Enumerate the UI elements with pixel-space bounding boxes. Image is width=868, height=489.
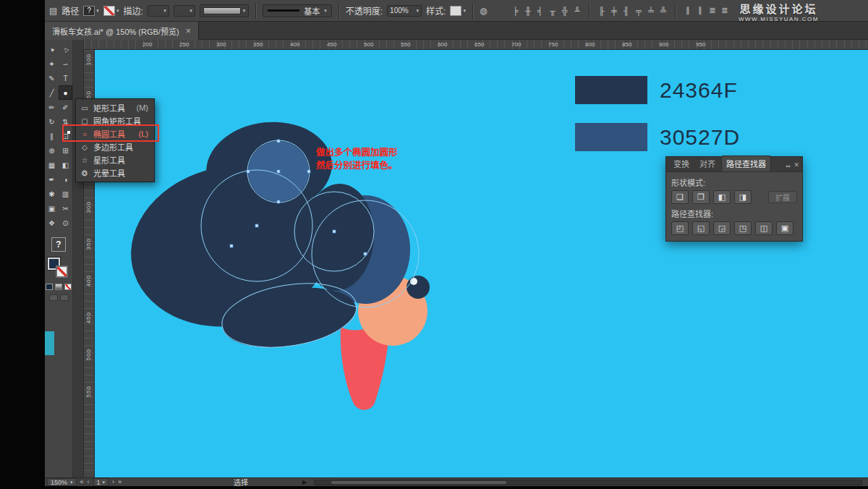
tutorial-annotation: 做出多个椭圆加圆形 然后分别进行填色。 — [316, 146, 398, 172]
top-ruler[interactable]: 2002503003504004505005506006507007508008… — [84, 40, 868, 50]
scrollbar-thumb[interactable] — [331, 481, 506, 484]
brush-size-select[interactable]: ▾ — [174, 5, 195, 17]
zoom-tool-icon[interactable]: ⊙ — [59, 216, 72, 230]
gradient-button[interactable] — [55, 284, 62, 290]
paintbrush-tool-icon[interactable]: ✏ — [45, 100, 59, 114]
spacing-0-icon[interactable]: ∥ — [682, 6, 693, 15]
tab-pathfinder[interactable]: 路径查找器 — [721, 156, 771, 171]
spacing-2-icon[interactable]: ≣ — [707, 6, 718, 15]
draw-behind-button[interactable] — [60, 294, 69, 301]
none-button[interactable] — [64, 284, 72, 290]
pen-tool-icon[interactable]: ✎ — [45, 71, 59, 85]
align-4-icon[interactable]: ╬ — [559, 7, 570, 15]
polygon-tool-menu-item[interactable]: ◇多边形工具 — [76, 140, 154, 153]
zoom-select[interactable]: 150% ▾ — [47, 478, 77, 486]
pathfinder-4-icon[interactable]: ◫ — [755, 221, 773, 235]
shape-mode-1-icon[interactable]: ❐ — [692, 190, 710, 204]
watermark-url: WWW.MISSYUAN.COM — [739, 16, 819, 22]
color-swatch-30527D[interactable] — [575, 123, 647, 151]
column-graph-tool-icon[interactable]: ▥ — [59, 187, 72, 201]
swatch-hex-label: 30527D — [660, 123, 740, 151]
blend-tool-icon[interactable]: ◑ — [59, 172, 72, 187]
symbol-sprayer-tool-icon[interactable]: ✱ — [45, 187, 59, 201]
help-button[interactable]: ? — [51, 237, 66, 252]
distribute-2-icon[interactable]: ╢ — [621, 7, 631, 15]
hand-tool-icon[interactable]: ❖ — [45, 216, 59, 230]
canvas[interactable]: 做出多个椭圆加圆形 然后分别进行填色。 24364F 30527D 变换 对齐 … — [95, 50, 868, 477]
close-tab-icon[interactable]: × — [186, 26, 192, 35]
expand-button[interactable]: 扩展 — [768, 191, 797, 203]
globe-icon[interactable]: ◍ — [480, 6, 487, 16]
status-flyout-icon[interactable]: ▶ — [302, 480, 307, 485]
shape-mode-buttons: ❏❐◧◨ — [671, 190, 752, 204]
align-2-icon[interactable]: ╡ — [535, 7, 545, 15]
stroke-color-control[interactable]: ▾ — [103, 6, 119, 16]
align-3-icon[interactable]: ╥ — [547, 7, 558, 15]
color-button[interactable] — [46, 284, 53, 290]
star-tool-menu-item[interactable]: ☆星形工具 — [76, 153, 154, 166]
path-label: 路径 — [61, 4, 79, 17]
ellipse-tool-icon[interactable]: ● — [59, 85, 72, 100]
ruler-label: 400 — [290, 41, 299, 48]
fill-color-control[interactable]: ? ▾ — [83, 6, 99, 16]
draw-normal-button[interactable] — [49, 294, 58, 301]
stroke-weight-select[interactable]: ▾ — [148, 5, 169, 17]
shape-mode-0-icon[interactable]: ❏ — [671, 190, 689, 204]
width-tool-icon[interactable]: ∥ — [45, 129, 59, 143]
eyedropper-tool-icon[interactable]: ✒ — [45, 172, 59, 187]
distribute-5-icon[interactable]: ╩ — [658, 7, 668, 15]
pathfinder-5-icon[interactable]: ▣ — [776, 221, 793, 235]
last-artboard-button[interactable]: » — [118, 479, 122, 485]
spacing-3-icon[interactable]: ≣ — [719, 6, 730, 15]
brush-definition-select[interactable]: 基本 ▾ — [263, 4, 332, 17]
width-profile-select[interactable]: ▾ — [200, 4, 250, 17]
screen-mode-strip[interactable] — [45, 331, 54, 355]
flare-tool-menu-item[interactable]: ❂光晕工具 — [76, 166, 154, 179]
previous-artboard-button[interactable]: ‹ — [88, 479, 90, 485]
ruler-label: 300 — [216, 41, 226, 48]
pathfinder-2-icon[interactable]: ◲ — [713, 221, 731, 235]
artboard-select[interactable]: 1 ▾ — [93, 478, 109, 486]
mesh-tool-icon[interactable]: ▦ — [45, 158, 59, 172]
artwork[interactable] — [95, 50, 868, 477]
next-artboard-button[interactable]: › — [112, 479, 114, 485]
gradient-tool-icon[interactable]: ◧ — [59, 158, 72, 172]
align-5-icon[interactable]: ╨ — [571, 7, 582, 15]
align-1-icon[interactable]: ╫ — [522, 7, 533, 15]
shape-mode-2-icon[interactable]: ◧ — [713, 190, 731, 204]
distribute-0-icon[interactable]: ╟ — [596, 7, 607, 15]
tab-transform[interactable]: 变换 — [669, 156, 694, 171]
rotate-tool-icon[interactable]: ↻ — [45, 114, 59, 129]
pathfinder-1-icon[interactable]: ◱ — [692, 221, 710, 235]
rectangle-tool-menu-item[interactable]: ▭矩形工具(M) — [76, 101, 154, 114]
slice-tool-icon[interactable]: ✂ — [59, 201, 72, 216]
type-tool-icon[interactable]: T — [59, 71, 72, 85]
tab-align[interactable]: 对齐 — [695, 156, 720, 171]
style-select[interactable]: ▾ — [450, 6, 466, 16]
pencil-tool-icon[interactable]: ✐ — [59, 100, 72, 114]
stroke-swatch[interactable] — [56, 265, 68, 278]
ruler-label: 650 — [475, 41, 484, 48]
pathfinder-0-icon[interactable]: ◰ — [671, 221, 689, 235]
align-0-icon[interactable]: ╞ — [510, 7, 521, 15]
first-artboard-button[interactable]: « — [80, 479, 84, 485]
panel-collapse-icon[interactable]: ▴▴ — [786, 163, 790, 168]
distribute-1-icon[interactable]: ╪ — [608, 7, 619, 15]
document-tab[interactable]: 滑板车女孩.ai* @ 150% (RGB/预览) × — [45, 22, 199, 40]
spacing-1-icon[interactable]: ∥ — [694, 6, 705, 15]
horizontal-scrollbar[interactable] — [314, 480, 862, 485]
pathfinder-3-icon[interactable]: ◳ — [734, 221, 752, 235]
color-swatch-24364F[interactable] — [575, 76, 647, 104]
distribute-4-icon[interactable]: ╧ — [645, 7, 656, 15]
panel-close-icon[interactable]: ✕ — [793, 161, 799, 169]
perspective-grid-tool-icon[interactable]: ⊞ — [59, 143, 72, 158]
artboard-tool-icon[interactable]: ▣ — [45, 201, 59, 216]
draw-mode-buttons — [45, 294, 72, 301]
shape-mode-3-icon[interactable]: ◨ — [734, 190, 752, 204]
distribute-3-icon[interactable]: ╤ — [633, 7, 644, 15]
opacity-select[interactable]: 100% ▾ — [387, 5, 422, 17]
shape-builder-tool-icon[interactable]: ⊕ — [45, 143, 59, 158]
line-segment-tool-icon[interactable]: ╱ — [45, 85, 59, 100]
eye-shape[interactable] — [407, 276, 430, 299]
fill-indicator: ? — [83, 6, 95, 16]
